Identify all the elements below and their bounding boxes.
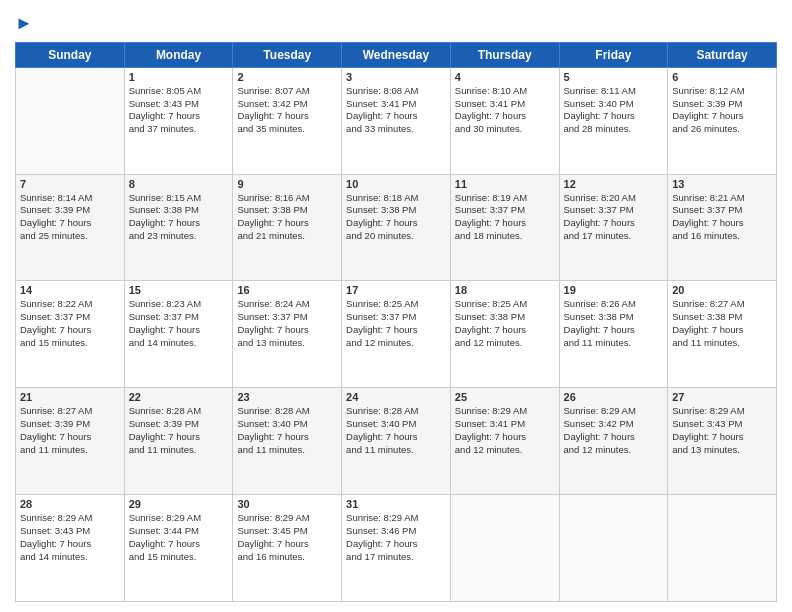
day-info-line: Sunrise: 8:28 AM (346, 405, 446, 418)
day-number: 23 (237, 391, 337, 403)
day-info-line: and 30 minutes. (455, 123, 555, 136)
day-info-line: Sunset: 3:38 PM (129, 204, 229, 217)
day-info-line: and 35 minutes. (237, 123, 337, 136)
day-info-line: and 12 minutes. (455, 337, 555, 350)
day-header-saturday: Saturday (668, 42, 777, 67)
day-number: 29 (129, 498, 229, 510)
day-number: 2 (237, 71, 337, 83)
day-info-line: Sunrise: 8:23 AM (129, 298, 229, 311)
calendar-day-6: 6Sunrise: 8:12 AMSunset: 3:39 PMDaylight… (668, 67, 777, 174)
calendar-day-5: 5Sunrise: 8:11 AMSunset: 3:40 PMDaylight… (559, 67, 668, 174)
day-info-line: Sunrise: 8:29 AM (672, 405, 772, 418)
day-info-line: Sunrise: 8:29 AM (20, 512, 120, 525)
calendar-day-31: 31Sunrise: 8:29 AMSunset: 3:46 PMDayligh… (342, 495, 451, 602)
day-info-line: and 23 minutes. (129, 230, 229, 243)
calendar-header-row: SundayMondayTuesdayWednesdayThursdayFrid… (16, 42, 777, 67)
calendar-week-1: 1Sunrise: 8:05 AMSunset: 3:43 PMDaylight… (16, 67, 777, 174)
calendar-day-14: 14Sunrise: 8:22 AMSunset: 3:37 PMDayligh… (16, 281, 125, 388)
day-info-line: Sunset: 3:37 PM (20, 311, 120, 324)
page: ► SundayMondayTuesdayWednesdayThursdayFr… (0, 0, 792, 612)
day-info-line: Sunset: 3:38 PM (237, 204, 337, 217)
day-header-monday: Monday (124, 42, 233, 67)
day-info-line: Sunrise: 8:29 AM (564, 405, 664, 418)
day-info-line: Sunset: 3:39 PM (129, 418, 229, 431)
day-number: 4 (455, 71, 555, 83)
day-info-line: Sunrise: 8:21 AM (672, 192, 772, 205)
day-info-line: Daylight: 7 hours (237, 431, 337, 444)
day-info-line: Sunrise: 8:11 AM (564, 85, 664, 98)
day-header-sunday: Sunday (16, 42, 125, 67)
day-info-line: Daylight: 7 hours (237, 324, 337, 337)
day-number: 18 (455, 284, 555, 296)
calendar-empty (668, 495, 777, 602)
day-number: 9 (237, 178, 337, 190)
day-info-line: Sunrise: 8:12 AM (672, 85, 772, 98)
day-number: 12 (564, 178, 664, 190)
calendar-day-3: 3Sunrise: 8:08 AMSunset: 3:41 PMDaylight… (342, 67, 451, 174)
day-info-line: Sunrise: 8:07 AM (237, 85, 337, 98)
day-number: 11 (455, 178, 555, 190)
day-info-line: and 16 minutes. (237, 551, 337, 564)
day-info-line: Sunset: 3:38 PM (455, 311, 555, 324)
day-info-line: Sunset: 3:37 PM (455, 204, 555, 217)
day-number: 20 (672, 284, 772, 296)
day-number: 26 (564, 391, 664, 403)
day-number: 25 (455, 391, 555, 403)
day-info-line: Sunset: 3:38 PM (564, 311, 664, 324)
calendar-table: SundayMondayTuesdayWednesdayThursdayFrid… (15, 42, 777, 602)
day-info-line: Sunrise: 8:26 AM (564, 298, 664, 311)
day-info-line: and 20 minutes. (346, 230, 446, 243)
calendar-day-13: 13Sunrise: 8:21 AMSunset: 3:37 PMDayligh… (668, 174, 777, 281)
day-info-line: Sunset: 3:37 PM (129, 311, 229, 324)
day-info-line: Daylight: 7 hours (455, 324, 555, 337)
calendar-day-7: 7Sunrise: 8:14 AMSunset: 3:39 PMDaylight… (16, 174, 125, 281)
day-info-line: and 37 minutes. (129, 123, 229, 136)
day-info-line: Sunset: 3:44 PM (129, 525, 229, 538)
calendar-day-23: 23Sunrise: 8:28 AMSunset: 3:40 PMDayligh… (233, 388, 342, 495)
day-info-line: Sunset: 3:37 PM (564, 204, 664, 217)
day-info-line: and 12 minutes. (564, 444, 664, 457)
day-info-line: Daylight: 7 hours (672, 110, 772, 123)
day-info-line: and 15 minutes. (129, 551, 229, 564)
calendar-day-27: 27Sunrise: 8:29 AMSunset: 3:43 PMDayligh… (668, 388, 777, 495)
day-info-line: Daylight: 7 hours (237, 217, 337, 230)
day-info-line: Daylight: 7 hours (20, 217, 120, 230)
calendar-day-10: 10Sunrise: 8:18 AMSunset: 3:38 PMDayligh… (342, 174, 451, 281)
day-info-line: Sunrise: 8:19 AM (455, 192, 555, 205)
day-info-line: Sunrise: 8:14 AM (20, 192, 120, 205)
calendar-empty (450, 495, 559, 602)
calendar-day-30: 30Sunrise: 8:29 AMSunset: 3:45 PMDayligh… (233, 495, 342, 602)
calendar-day-16: 16Sunrise: 8:24 AMSunset: 3:37 PMDayligh… (233, 281, 342, 388)
calendar-day-18: 18Sunrise: 8:25 AMSunset: 3:38 PMDayligh… (450, 281, 559, 388)
day-info-line: Daylight: 7 hours (346, 110, 446, 123)
day-number: 8 (129, 178, 229, 190)
day-info-line: Daylight: 7 hours (129, 324, 229, 337)
day-header-tuesday: Tuesday (233, 42, 342, 67)
day-info-line: Sunset: 3:39 PM (20, 204, 120, 217)
day-info-line: Sunrise: 8:20 AM (564, 192, 664, 205)
day-number: 3 (346, 71, 446, 83)
day-number: 28 (20, 498, 120, 510)
day-info-line: and 33 minutes. (346, 123, 446, 136)
day-number: 21 (20, 391, 120, 403)
day-header-thursday: Thursday (450, 42, 559, 67)
calendar-week-5: 28Sunrise: 8:29 AMSunset: 3:43 PMDayligh… (16, 495, 777, 602)
day-number: 22 (129, 391, 229, 403)
day-info-line: Sunrise: 8:15 AM (129, 192, 229, 205)
day-info-line: and 11 minutes. (564, 337, 664, 350)
day-info-line: Daylight: 7 hours (564, 110, 664, 123)
day-info-line: Sunset: 3:46 PM (346, 525, 446, 538)
day-info-line: Daylight: 7 hours (346, 217, 446, 230)
day-info-line: Sunrise: 8:29 AM (129, 512, 229, 525)
day-info-line: and 12 minutes. (346, 337, 446, 350)
calendar-week-2: 7Sunrise: 8:14 AMSunset: 3:39 PMDaylight… (16, 174, 777, 281)
day-info-line: Sunset: 3:43 PM (129, 98, 229, 111)
day-info-line: Sunset: 3:40 PM (237, 418, 337, 431)
day-info-line: Sunset: 3:45 PM (237, 525, 337, 538)
day-info-line: and 26 minutes. (672, 123, 772, 136)
calendar-day-29: 29Sunrise: 8:29 AMSunset: 3:44 PMDayligh… (124, 495, 233, 602)
day-info-line: Sunrise: 8:22 AM (20, 298, 120, 311)
day-info-line: Sunset: 3:38 PM (346, 204, 446, 217)
day-number: 30 (237, 498, 337, 510)
day-header-wednesday: Wednesday (342, 42, 451, 67)
